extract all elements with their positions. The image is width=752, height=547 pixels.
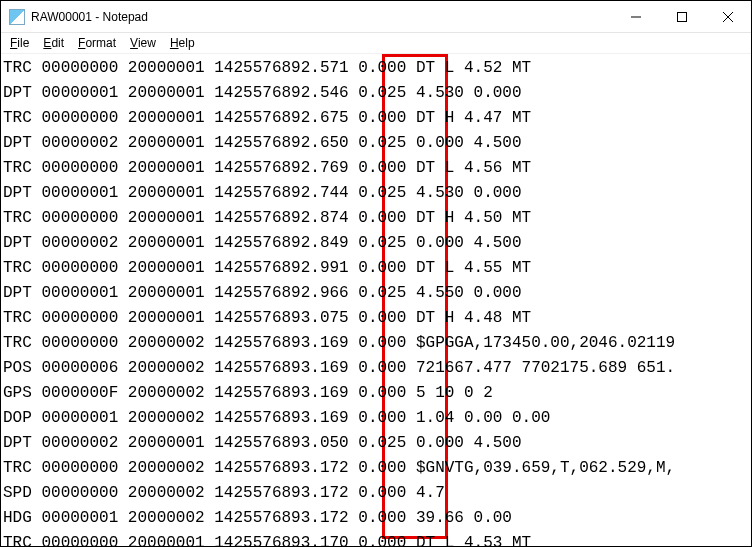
text-line[interactable]: TRC 00000000 20000002 1425576893.172 0.0… [3,456,749,481]
text-col-3: 1425576893.172 [214,484,348,502]
text-col-3: 1425576893.075 [214,309,348,327]
text-col-3: 1425576893.169 [214,409,348,427]
text-col-3: 1425576892.769 [214,159,348,177]
text-col-5: 721667.477 7702175.689 651. [416,359,675,377]
notepad-icon [9,9,25,25]
text-col-3: 1425576893.169 [214,384,348,402]
text-line[interactable]: GPS 0000000F 20000002 1425576893.169 0.0… [3,381,749,406]
text-line[interactable]: TRC 00000000 20000001 1425576892.769 0.0… [3,156,749,181]
menu-edit[interactable]: Edit [36,35,71,51]
minimize-icon [631,12,641,22]
text-col-0: DPT [3,184,32,202]
text-col-5: 4.550 0.000 [416,284,522,302]
text-line[interactable]: TRC 00000000 20000001 1425576893.170 0.0… [3,531,749,546]
text-col-0: TRC [3,259,32,277]
text-col-0: TRC [3,459,32,477]
text-line[interactable]: TRC 00000000 20000001 1425576892.874 0.0… [3,206,749,231]
menu-file[interactable]: File [3,35,36,51]
text-col-2: 20000001 [128,234,205,252]
text-col-2: 20000002 [128,484,205,502]
text-line[interactable]: DPT 00000001 20000001 1425576892.546 0.0… [3,81,749,106]
text-col-4: 0.000 [358,159,406,177]
text-col-0: TRC [3,309,32,327]
menubar: File Edit Format View Help [1,33,751,54]
text-line[interactable]: DPT 00000002 20000001 1425576892.650 0.0… [3,131,749,156]
text-col-2: 20000001 [128,134,205,152]
text-line[interactable]: SPD 00000000 20000002 1425576893.172 0.0… [3,481,749,506]
menu-view[interactable]: View [123,35,163,51]
close-icon [723,12,733,22]
maximize-icon [677,12,687,22]
text-col-1: 00000002 [41,434,118,452]
text-col-2: 20000001 [128,184,205,202]
text-col-5: DT H 4.50 MT [416,209,531,227]
text-col-5: DT H 4.47 MT [416,109,531,127]
text-col-3: 1425576893.170 [214,534,348,546]
maximize-button[interactable] [659,1,705,32]
text-col-4: 0.025 [358,234,406,252]
text-col-2: 20000001 [128,159,205,177]
text-line[interactable]: TRC 00000000 20000001 1425576893.075 0.0… [3,306,749,331]
text-col-0: DPT [3,284,32,302]
text-col-2: 20000001 [128,84,205,102]
text-col-2: 20000001 [128,59,205,77]
text-col-2: 20000001 [128,209,205,227]
menu-help[interactable]: Help [163,35,202,51]
text-col-4: 0.025 [358,84,406,102]
text-line[interactable]: POS 00000006 20000002 1425576893.169 0.0… [3,356,749,381]
text-col-5: 4.530 0.000 [416,84,522,102]
text-line[interactable]: TRC 00000000 20000001 1425576892.991 0.0… [3,256,749,281]
svg-rect-1 [678,12,687,21]
text-col-1: 00000000 [41,334,118,352]
text-col-5: 39.66 0.00 [416,509,512,527]
text-col-3: 1425576892.546 [214,84,348,102]
text-col-3: 1425576893.169 [214,334,348,352]
text-col-5: 4.7 [416,484,445,502]
text-col-1: 00000000 [41,484,118,502]
text-col-4: 0.000 [358,309,406,327]
text-col-1: 00000001 [41,84,118,102]
text-line[interactable]: DPT 00000002 20000001 1425576893.050 0.0… [3,431,749,456]
text-col-1: 00000000 [41,534,118,546]
text-col-5: DT L 4.53 MT [416,534,531,546]
text-col-0: DPT [3,134,32,152]
text-content[interactable]: TRC 00000000 20000001 1425576892.571 0.0… [3,56,749,546]
close-button[interactable] [705,1,751,32]
text-col-4: 0.025 [358,184,406,202]
text-col-4: 0.000 [358,534,406,546]
window-title: RAW00001 - Notepad [31,10,148,24]
text-area[interactable]: TRC 00000000 20000001 1425576892.571 0.0… [1,54,751,546]
text-line[interactable]: HDG 00000001 20000002 1425576893.172 0.0… [3,506,749,531]
text-col-4: 0.025 [358,134,406,152]
text-col-1: 00000000 [41,109,118,127]
minimize-button[interactable] [613,1,659,32]
text-col-5: DT L 4.55 MT [416,259,531,277]
text-line[interactable]: DPT 00000001 20000001 1425576892.744 0.0… [3,181,749,206]
text-line[interactable]: TRC 00000000 20000001 1425576892.675 0.0… [3,106,749,131]
text-col-4: 0.000 [358,209,406,227]
text-line[interactable]: DPT 00000001 20000001 1425576892.966 0.0… [3,281,749,306]
text-col-1: 00000002 [41,134,118,152]
text-line[interactable]: TRC 00000000 20000001 1425576892.571 0.0… [3,56,749,81]
text-col-5: 0.000 4.500 [416,234,522,252]
text-line[interactable]: DOP 00000001 20000002 1425576893.169 0.0… [3,406,749,431]
text-col-1: 0000000F [41,384,118,402]
text-col-3: 1425576892.675 [214,109,348,127]
text-col-5: $GNVTG,039.659,T,062.529,M, [416,459,675,477]
text-col-5: 5 10 0 2 [416,384,493,402]
text-col-1: 00000000 [41,259,118,277]
titlebar[interactable]: RAW00001 - Notepad [1,1,751,33]
text-col-1: 00000000 [41,459,118,477]
text-col-4: 0.000 [358,509,406,527]
text-line[interactable]: DPT 00000002 20000001 1425576892.849 0.0… [3,231,749,256]
text-col-0: HDG [3,509,32,527]
text-col-0: POS [3,359,32,377]
text-col-1: 00000002 [41,234,118,252]
text-col-0: DOP [3,409,32,427]
text-col-0: TRC [3,59,32,77]
text-col-0: TRC [3,334,32,352]
text-col-3: 1425576893.169 [214,359,348,377]
menu-format[interactable]: Format [71,35,123,51]
text-line[interactable]: TRC 00000000 20000002 1425576893.169 0.0… [3,331,749,356]
text-col-4: 0.000 [358,259,406,277]
